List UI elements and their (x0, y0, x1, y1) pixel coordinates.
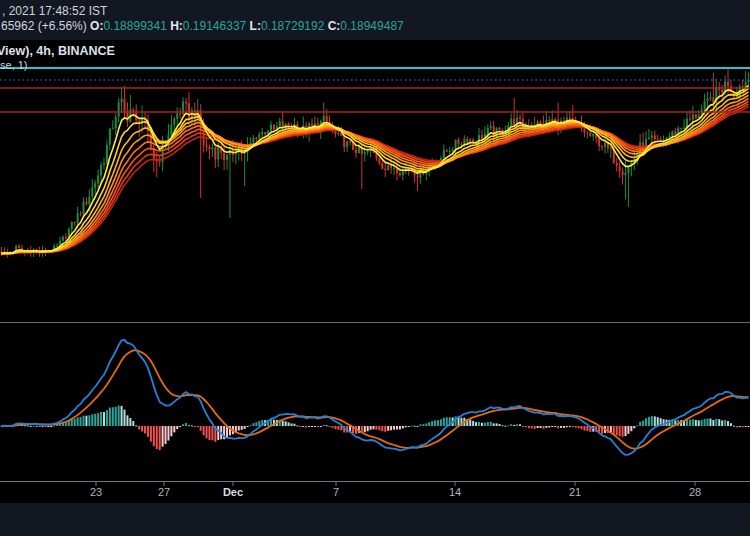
x-axis-label: 28 (689, 486, 701, 498)
timestamp-text: , 2021 17:48:52 IST (2, 4, 107, 18)
open-value: 0.18899341 (103, 19, 166, 33)
chart-title-fragment: View), 4h, BINANCE (0, 44, 115, 58)
time-axis[interactable]: 2327Dec7142128 (0, 486, 750, 500)
x-axis-label: 14 (449, 486, 461, 498)
indicator-title-fragment[interactable]: se, 1) (0, 59, 28, 71)
change-fragment: 65962 (+6.56%) (1, 19, 87, 33)
high-value: 0.19146337 (183, 19, 246, 33)
x-axis-label: Dec (223, 486, 243, 498)
x-axis-label: 27 (158, 486, 170, 498)
close-label: C: (328, 19, 341, 33)
low-value: 0.18729192 (261, 19, 324, 33)
chart-background (0, 40, 750, 503)
high-label: H: (170, 19, 183, 33)
trading-chart-window: , 2021 17:48:52 IST 65962 (+6.56%) O:0.1… (0, 0, 750, 536)
chart-canvas[interactable] (0, 0, 750, 536)
low-label: L: (250, 19, 261, 33)
bottom-margin-strip (0, 503, 750, 536)
x-axis-label: 23 (90, 486, 102, 498)
x-axis-label: 21 (569, 486, 581, 498)
symbol-info-bar: , 2021 17:48:52 IST 65962 (+6.56%) O:0.1… (0, 0, 750, 40)
close-value: 0.18949487 (340, 19, 403, 33)
open-label: O: (90, 19, 103, 33)
x-axis-label: 7 (333, 486, 339, 498)
ohlc-readout: 65962 (+6.56%) O:0.18899341 H:0.19146337… (1, 19, 404, 33)
